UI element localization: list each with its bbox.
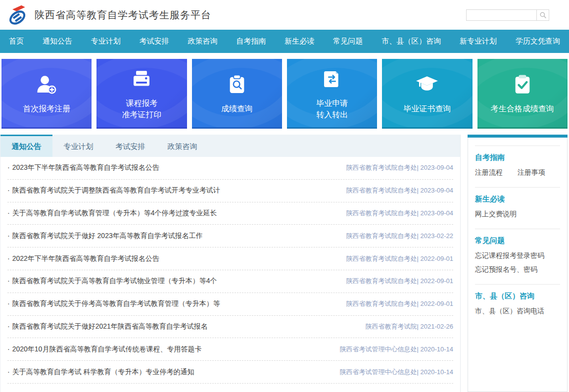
sidebar: 自考指南注册流程注册事项新生必读网上交费说明常见问题忘记课程报考登录密码忘记预报… — [468, 135, 568, 392]
list-item[interactable]: 关于高等教育自学考试教育管理（专升本）等4个停考过渡专业延长陕西省教育考试院自考… — [7, 202, 453, 225]
nav-item[interactable]: 首页 — [9, 37, 24, 46]
quick-link-label: 考生合格成绩查询 — [491, 103, 554, 114]
clipboard-check-icon — [509, 71, 536, 98]
announcement-source-date: 陕西省教育考试院自考处| 2023-09-04 — [346, 163, 454, 172]
quick-link-card[interactable]: 成绩查询 — [192, 59, 282, 129]
nav-item[interactable]: 新专业计划 — [460, 37, 497, 46]
sidebar-section-heading: 新生必读 — [475, 195, 560, 204]
announcement-list: 2023年下半年陕西省高等教育自学考试报名公告陕西省教育考试院自考处| 2023… — [0, 157, 460, 384]
nav-item[interactable]: 专业计划 — [91, 37, 121, 46]
sidebar-section-heading: 自考指南 — [475, 153, 560, 162]
quick-link-label: 毕业申请转入转出 — [316, 98, 348, 120]
sidebar-links: 市、县（区）咨询电话 — [475, 307, 560, 316]
announcement-panel: 通知公告专业计划考试安排政策咨询 2023年下半年陕西省高等教育自学考试报名公告… — [0, 135, 461, 392]
tab-policy[interactable]: 政策咨询 — [156, 135, 208, 157]
quick-link-label: 成绩查询 — [221, 103, 253, 114]
sidebar-links: 注册流程注册事项 — [475, 168, 560, 182]
sidebar-link[interactable]: 注册事项 — [518, 168, 545, 177]
sidebar-section-heading: 市、县（区）咨询 — [475, 292, 560, 301]
quick-link-card[interactable]: 首次报考注册 — [1, 59, 92, 129]
announcement-title[interactable]: 陕西省教育考试院关于高等教育自学考试物业管理（专升本）等4个 — [7, 277, 217, 286]
search-input[interactable] — [466, 9, 536, 21]
list-item[interactable]: 2023年下半年陕西省高等教育自学考试报名公告陕西省教育考试院自考处| 2023… — [7, 157, 453, 180]
list-item[interactable]: 陕西省教育考试院关于调整陕西省高等教育自学考试开考专业考试计陕西省教育考试院自考… — [7, 180, 453, 202]
list-item[interactable]: 关于高等教育自学考试 科学教育（专升本）专业停考的通知陕西省考试管理中心信息处|… — [7, 361, 453, 384]
sidebar-box: 自考指南注册流程注册事项新生必读网上交费说明常见问题忘记课程报考登录密码忘记预报… — [468, 138, 568, 392]
announcement-source-date: 陕西省教育考试院| 2021-02-26 — [366, 322, 454, 331]
sidebar-link[interactable]: 忘记预报名号、密码 — [475, 265, 560, 274]
nav-item[interactable]: 自考指南 — [236, 37, 266, 46]
announcement-source-date: 陕西省考试管理中心信息处| 2020-10-14 — [340, 345, 454, 354]
sidebar-links: 网上交费说明 — [475, 210, 560, 219]
list-item[interactable]: 2020年10月陕西省高等教育自学考试传统卷课程、专用答题卡陕西省考试管理中心信… — [7, 338, 453, 361]
sidebar-link[interactable]: 忘记课程报考登录密码 — [475, 251, 560, 260]
nav-item[interactable]: 常见问题 — [333, 37, 363, 46]
list-item[interactable]: 陕西省教育考试院关于做好2021年陕西省高等教育自学考试报名陕西省教育考试院| … — [7, 316, 453, 339]
nav-item[interactable]: 新生必读 — [284, 37, 314, 46]
announcement-title[interactable]: 关于高等教育自学考试教育管理（专升本）等4个停考过渡专业延长 — [7, 209, 217, 218]
tab-notices[interactable]: 通知公告 — [0, 135, 52, 157]
announcement-title[interactable]: 2022年下半年陕西省高等教育自学考试报名公告 — [7, 254, 159, 263]
announcement-title[interactable]: 陕西省教育考试院关于调整陕西省高等教育自学考试开考专业考试计 — [7, 186, 220, 195]
search-bar — [466, 9, 549, 21]
announcement-source-date: 陕西省考试管理中心信息处| 2020-10-14 — [340, 368, 454, 377]
list-item[interactable]: 2022年下半年陕西省高等教育自学考试报名公告陕西省教育考试院自考处| 2022… — [7, 247, 453, 270]
nav-item[interactable]: 通知公告 — [43, 37, 72, 46]
sidebar-section: 市、县（区）咨询市、县（区）咨询电话 — [475, 284, 560, 326]
quick-link-label: 课程报考准考证打印 — [122, 98, 161, 120]
announcement-title[interactable]: 2020年10月陕西省高等教育自学考试传统卷课程、专用答题卡 — [7, 345, 201, 354]
announcement-source-date: 陕西省教育考试院自考处| 2023-09-04 — [346, 209, 454, 218]
sidebar-link[interactable]: 网上交费说明 — [475, 210, 560, 219]
quick-link-label: 首次报考注册 — [23, 103, 70, 114]
printer-icon — [128, 66, 155, 93]
page-title: 陕西省高等教育自学考试考生服务平台 — [35, 8, 211, 22]
sidebar-section-heading: 常见问题 — [475, 236, 560, 245]
announcement-source-date: 陕西省教育考试院自考处| 2022-09-01 — [346, 299, 454, 308]
nav-item[interactable]: 学历文凭查询 — [516, 37, 560, 46]
announcement-title[interactable]: 2023年下半年陕西省高等教育自学考试报名公告 — [7, 163, 159, 172]
list-item[interactable]: 陕西省教育考试院关于高等教育自学考试物业管理（专升本）等4个陕西省教育考试院自考… — [7, 270, 453, 293]
page-header: 陕西省高等教育自学考试考生服务平台 — [0, 0, 569, 30]
announcement-tabs: 通知公告专业计划考试安排政策咨询 — [0, 135, 460, 157]
sidebar-links: 忘记课程报考登录密码忘记预报名号、密码 — [475, 251, 560, 274]
sidebar-section: 自考指南注册流程注册事项 — [475, 146, 560, 187]
announcement-source-date: 陕西省教育考试院自考处| 2023-09-04 — [346, 186, 454, 195]
clipboard-search-icon — [224, 71, 250, 98]
sidebar-link[interactable]: 注册流程 — [475, 168, 503, 177]
quick-links: 首次报考注册 课程报考准考证打印 成绩查询 毕业申请转入转出 毕业证书查询 考生… — [1, 59, 568, 129]
list-item[interactable]: 陕西省教育考试院关于停考高等教育自学考试教育管理（专升本）等陕西省教育考试院自考… — [7, 293, 453, 316]
graduation-cap-icon — [414, 71, 440, 98]
quick-link-card[interactable]: 考生合格成绩查询 — [477, 59, 568, 129]
quick-link-card[interactable]: 课程报考准考证打印 — [96, 59, 187, 129]
site-logo-icon — [7, 3, 29, 26]
user-plus-icon — [33, 71, 60, 98]
announcement-source-date: 陕西省教育考试院自考处| 2022-09-01 — [346, 277, 454, 286]
search-button[interactable] — [536, 9, 549, 21]
quick-link-label: 毕业证书查询 — [403, 103, 451, 114]
nav-item[interactable]: 市、县（区）咨询 — [381, 37, 441, 46]
list-item[interactable]: 陕西省教育考试院关于做好 2023年高等教育自学考试报名工作陕西省教育考试院自考… — [7, 225, 453, 247]
announcement-title[interactable]: 陕西省教育考试院关于做好 2023年高等教育自学考试报名工作 — [7, 232, 203, 241]
tab-exam-schedule[interactable]: 考试安排 — [104, 135, 156, 157]
announcement-title[interactable]: 陕西省教育考试院关于做好2021年陕西省高等教育自学考试报名 — [7, 322, 208, 331]
quick-link-card[interactable]: 毕业证书查询 — [382, 59, 472, 129]
sidebar-link[interactable]: 市、县（区）咨询电话 — [475, 307, 560, 316]
transfer-doc-icon — [319, 66, 345, 93]
nav-item[interactable]: 考试安排 — [140, 37, 169, 46]
announcement-source-date: 陕西省教育考试院自考处| 2023-02-22 — [346, 232, 454, 241]
nav-item[interactable]: 政策咨询 — [188, 37, 218, 46]
announcement-title[interactable]: 陕西省教育考试院关于停考高等教育自学考试教育管理（专升本）等 — [7, 299, 220, 308]
quick-link-card[interactable]: 毕业申请转入转出 — [287, 59, 377, 129]
announcement-source-date: 陕西省教育考试院自考处| 2022-09-01 — [346, 254, 454, 263]
sidebar-section: 新生必读网上交费说明 — [475, 187, 560, 229]
search-icon — [539, 11, 547, 19]
tab-major-plans[interactable]: 专业计划 — [52, 135, 104, 157]
sidebar-section: 常见问题忘记课程报考登录密码忘记预报名号、密码 — [475, 229, 560, 284]
main-nav: 首页通知公告专业计划考试安排政策咨询自考指南新生必读常见问题市、县（区）咨询新专… — [0, 30, 569, 53]
announcement-title[interactable]: 关于高等教育自学考试 科学教育（专升本）专业停考的通知 — [7, 368, 194, 377]
content-area: 通知公告专业计划考试安排政策咨询 2023年下半年陕西省高等教育自学考试报名公告… — [0, 135, 569, 392]
